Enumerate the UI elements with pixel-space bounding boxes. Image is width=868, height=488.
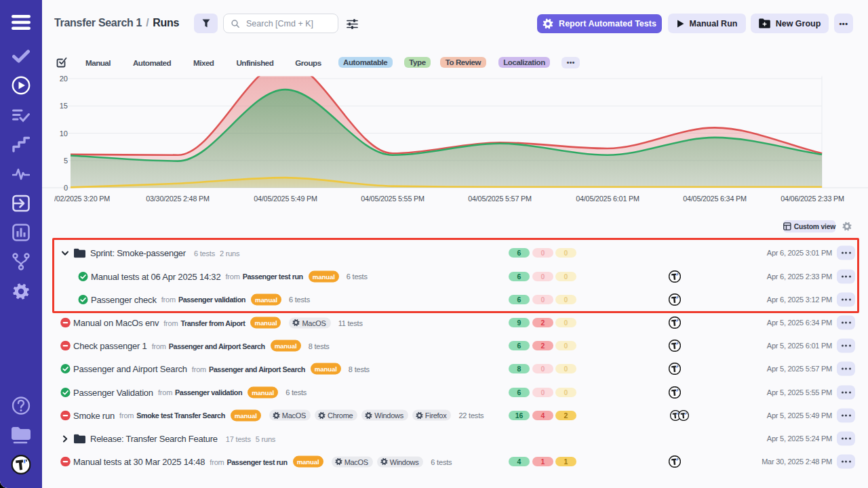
svg-text:0: 0 [64, 184, 68, 192]
svg-text:5: 5 [64, 157, 68, 165]
svg-text:/02/2025 3:20 PM: /02/2025 3:20 PM [54, 195, 110, 203]
svg-text:04/05/2025 5:57 PM: 04/05/2025 5:57 PM [468, 195, 532, 203]
svg-text:04/06/2025 2:33 PM: 04/06/2025 2:33 PM [781, 195, 844, 203]
svg-text:03/30/2025 2:48 PM: 03/30/2025 2:48 PM [146, 195, 210, 203]
svg-text:04/05/2025 6:34 PM: 04/05/2025 6:34 PM [683, 195, 747, 203]
svg-text:04/05/2025 5:49 PM: 04/05/2025 5:49 PM [254, 195, 317, 203]
svg-text:20: 20 [60, 75, 68, 83]
svg-text:10: 10 [60, 129, 68, 138]
svg-text:15: 15 [60, 102, 68, 110]
svg-text:04/05/2025 6:01 PM: 04/05/2025 6:01 PM [576, 195, 639, 203]
svg-text:04/05/2025 5:55 PM: 04/05/2025 5:55 PM [361, 195, 425, 203]
